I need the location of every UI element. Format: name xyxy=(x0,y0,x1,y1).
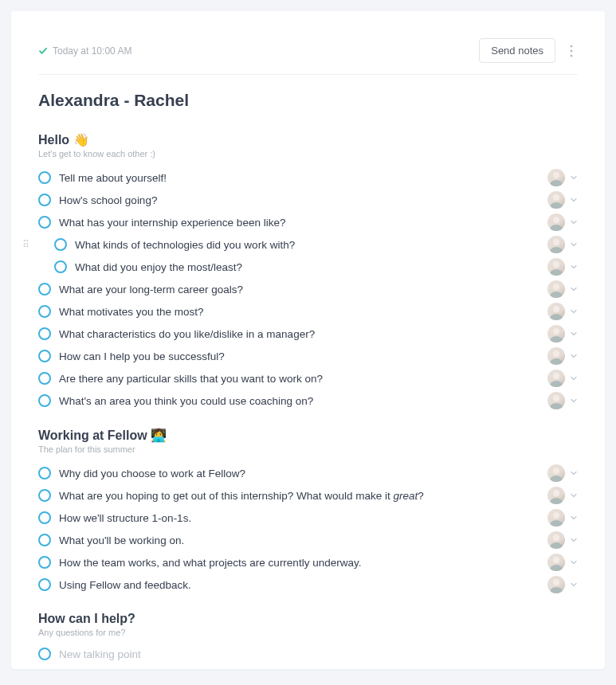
item-text[interactable]: How can I help you be successful? xyxy=(59,350,547,362)
item-text[interactable]: What kinds of technologies did you work … xyxy=(75,239,547,251)
item-text[interactable]: What motivates you the most? xyxy=(59,306,547,318)
talking-point-row: What did you enjoy the most/least? xyxy=(38,256,578,278)
section-subtitle[interactable]: Any questions for me? xyxy=(38,628,578,637)
item-actions xyxy=(547,464,578,482)
assignee-avatar[interactable] xyxy=(547,509,565,526)
chevron-down-icon[interactable] xyxy=(570,196,578,204)
assignee-avatar[interactable] xyxy=(547,554,565,571)
section: Working at Fellow 👩‍💻The plan for this s… xyxy=(38,428,578,596)
item-text[interactable]: Using Fellow and feedback. xyxy=(59,579,547,591)
more-menu-button[interactable] xyxy=(565,45,578,57)
assignee-avatar[interactable] xyxy=(547,169,565,186)
assignee-avatar[interactable] xyxy=(547,487,565,504)
item-text[interactable]: Why did you choose to work at Fellow? xyxy=(59,468,547,480)
chevron-down-icon[interactable] xyxy=(570,330,578,338)
item-actions xyxy=(547,280,578,298)
item-actions xyxy=(547,509,578,526)
section-title[interactable]: Working at Fellow 👩‍💻 xyxy=(38,428,578,443)
send-notes-button[interactable]: Send notes xyxy=(479,38,555,63)
section: How can I help?Any questions for me?New … xyxy=(38,612,578,663)
talking-point-row: What motivates you the most? xyxy=(38,300,578,323)
talking-point-row: What are you hoping to get out of this i… xyxy=(38,484,578,507)
item-checkbox[interactable] xyxy=(38,489,51,502)
chevron-down-icon[interactable] xyxy=(570,581,578,589)
chevron-down-icon[interactable] xyxy=(570,263,578,271)
item-text[interactable]: Are there any particular skills that you… xyxy=(59,373,547,385)
section-title[interactable]: Hello 👋 xyxy=(38,132,578,147)
chevron-down-icon[interactable] xyxy=(570,558,578,566)
item-checkbox[interactable] xyxy=(38,467,51,480)
chevron-down-icon[interactable] xyxy=(570,174,578,182)
check-icon xyxy=(38,46,48,56)
assignee-avatar[interactable] xyxy=(547,531,565,549)
svg-point-2 xyxy=(571,54,573,57)
assignee-avatar[interactable] xyxy=(547,370,565,387)
item-text[interactable]: What you'll be working on. xyxy=(59,534,547,546)
item-checkbox[interactable] xyxy=(38,194,51,206)
new-talking-point-input[interactable]: New talking point xyxy=(59,648,578,660)
item-text[interactable]: What characteristics do you like/dislike… xyxy=(59,328,547,340)
item-actions xyxy=(547,236,578,253)
chevron-down-icon[interactable] xyxy=(570,285,578,293)
chevron-down-icon[interactable] xyxy=(570,241,578,249)
chevron-down-icon[interactable] xyxy=(570,514,578,522)
item-checkbox[interactable] xyxy=(38,283,51,296)
item-checkbox[interactable] xyxy=(38,350,51,362)
assignee-avatar[interactable] xyxy=(547,392,565,409)
item-text[interactable]: What's an area you think you could use c… xyxy=(59,395,547,407)
chevron-down-icon[interactable] xyxy=(570,218,578,226)
item-text[interactable]: What are you hoping to get out of this i… xyxy=(59,490,547,502)
section-subtitle[interactable]: The plan for this summer xyxy=(38,444,578,454)
talking-point-row: Using Fellow and feedback. xyxy=(38,573,578,596)
item-checkbox[interactable] xyxy=(54,260,67,273)
assignee-avatar[interactable] xyxy=(547,236,565,253)
talking-point-row: New talking point xyxy=(38,645,578,663)
assignee-avatar[interactable] xyxy=(547,576,565,593)
item-checkbox[interactable] xyxy=(38,534,51,546)
item-text[interactable]: How the team works, and what projects ar… xyxy=(59,557,547,569)
assignee-avatar[interactable] xyxy=(547,303,565,320)
assignee-avatar[interactable] xyxy=(547,258,565,276)
talking-point-row: What has your internship experience been… xyxy=(38,211,578,233)
chevron-down-icon[interactable] xyxy=(570,536,578,544)
assignee-avatar[interactable] xyxy=(547,280,565,298)
item-checkbox[interactable] xyxy=(38,578,51,591)
assignee-avatar[interactable] xyxy=(547,347,565,365)
section-subtitle[interactable]: Let's get to know each other :) xyxy=(38,149,578,159)
talking-point-row: ⠿What kinds of technologies did you work… xyxy=(38,233,578,256)
talking-point-row: How we'll structure 1-on-1s. xyxy=(38,507,578,529)
chevron-down-icon[interactable] xyxy=(570,374,578,382)
chevron-down-icon[interactable] xyxy=(570,469,578,477)
item-actions xyxy=(547,258,578,276)
chevron-down-icon[interactable] xyxy=(570,307,578,315)
item-checkbox[interactable] xyxy=(54,238,67,251)
chevron-down-icon[interactable] xyxy=(570,352,578,360)
item-checkbox[interactable] xyxy=(38,648,51,660)
assignee-avatar[interactable] xyxy=(547,213,565,231)
chevron-down-icon[interactable] xyxy=(570,397,578,405)
item-checkbox[interactable] xyxy=(38,216,51,229)
talking-point-row: What characteristics do you like/dislike… xyxy=(38,323,578,345)
item-text[interactable]: What has your internship experience been… xyxy=(59,217,547,229)
item-text[interactable]: How we'll structure 1-on-1s. xyxy=(59,512,547,524)
assignee-avatar[interactable] xyxy=(547,464,565,482)
item-checkbox[interactable] xyxy=(38,327,51,340)
item-checkbox[interactable] xyxy=(38,556,51,569)
item-actions xyxy=(547,213,578,231)
item-checkbox[interactable] xyxy=(38,171,51,184)
item-checkbox[interactable] xyxy=(38,372,51,385)
section-title[interactable]: How can I help? xyxy=(38,612,578,626)
item-checkbox[interactable] xyxy=(38,511,51,524)
talking-point-row: How can I help you be successful? xyxy=(38,345,578,367)
item-actions xyxy=(547,531,578,549)
assignee-avatar[interactable] xyxy=(547,191,565,209)
item-text[interactable]: What are your long-term career goals? xyxy=(59,284,547,296)
item-text[interactable]: Tell me about yourself! xyxy=(59,172,547,184)
item-checkbox[interactable] xyxy=(38,394,51,407)
item-text[interactable]: What did you enjoy the most/least? xyxy=(75,261,547,273)
item-checkbox[interactable] xyxy=(38,305,51,318)
chevron-down-icon[interactable] xyxy=(570,491,578,499)
item-text[interactable]: How's school going? xyxy=(59,194,547,206)
assignee-avatar[interactable] xyxy=(547,325,565,342)
drag-handle-icon[interactable]: ⠿ xyxy=(22,240,29,249)
